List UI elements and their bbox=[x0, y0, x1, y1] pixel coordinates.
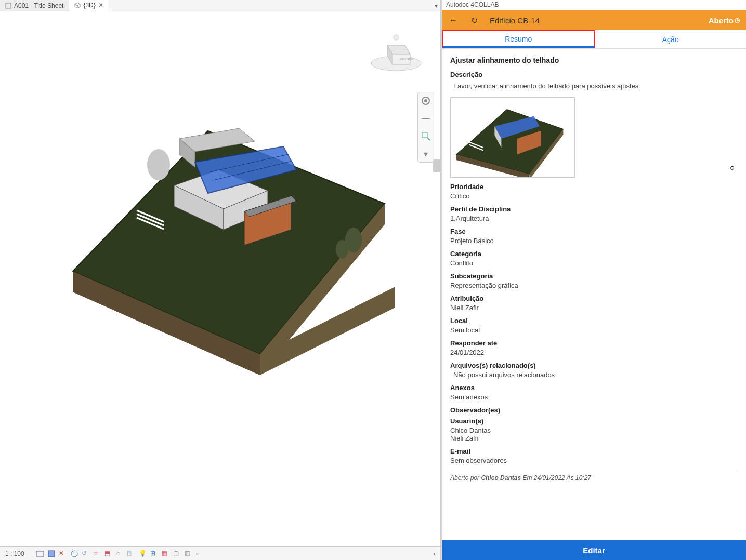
sheet-icon bbox=[5, 3, 11, 9]
tab-label: A001 - Title Sheet bbox=[14, 2, 63, 9]
icon-9[interactable]: ⍰ bbox=[127, 550, 136, 558]
icon-8[interactable]: ⌂ bbox=[116, 550, 124, 558]
issue-thumbnail[interactable] bbox=[450, 97, 575, 178]
panel-header: ← ↻ Edifício CB-14 Aberto ◷ bbox=[442, 10, 746, 30]
nav-tools: — ▾ bbox=[417, 92, 434, 163]
tab-3d[interactable]: {3D} ✕ bbox=[69, 0, 109, 11]
svg-point-37 bbox=[71, 551, 77, 557]
files-label: Arquivos(s) relacionado(s) bbox=[450, 362, 738, 369]
assigned-label: Atribuição bbox=[450, 295, 738, 302]
status-bar: 1 : 100 ✕ ↺ ☆ ⬒ ⌂ ⍰ 💡 ⊞ ▦ ▢ ▥ ‹ › bbox=[0, 546, 440, 560]
focus-view-icon[interactable]: ⌖ bbox=[729, 162, 735, 174]
cube-icon bbox=[74, 2, 81, 8]
icon-7[interactable]: ⬒ bbox=[104, 550, 113, 558]
svg-rect-35 bbox=[36, 551, 44, 556]
model-canvas bbox=[52, 100, 405, 375]
scale-label[interactable]: 1 : 100 bbox=[5, 550, 24, 557]
svg-rect-13 bbox=[422, 132, 427, 138]
svg-rect-0 bbox=[6, 3, 11, 8]
chevron-right-icon[interactable]: › bbox=[433, 550, 435, 557]
email-value: Sem observadores bbox=[450, 457, 738, 464]
discipline-label: Perfil de Disciplina bbox=[450, 205, 738, 213]
status-badge: Aberto ◷ bbox=[709, 16, 740, 25]
category-label: Categoria bbox=[450, 250, 738, 258]
users-label: Usuario(s) bbox=[450, 417, 738, 425]
pan-icon[interactable]: — bbox=[420, 112, 432, 125]
refresh-icon[interactable]: ↻ bbox=[469, 15, 479, 25]
document-tabs: A001 - Title Sheet {3D} ✕ ▾ bbox=[0, 0, 440, 11]
panel-tabs: Resumo Ação bbox=[442, 30, 746, 49]
assigned-value: Nieli Zafir bbox=[450, 304, 738, 312]
orbit-icon[interactable] bbox=[420, 95, 432, 107]
svg-line-3 bbox=[77, 4, 80, 6]
respond-value: 24/01/2022 bbox=[450, 349, 738, 356]
zoom-region-icon[interactable] bbox=[420, 130, 432, 142]
panel-app-title: Autodoc 4COLLAB bbox=[442, 0, 746, 10]
svg-point-32 bbox=[147, 149, 170, 180]
scrollbar-thumb[interactable] bbox=[433, 159, 440, 172]
category-value: Conflito bbox=[450, 259, 738, 267]
icon-13[interactable]: ▢ bbox=[173, 550, 181, 558]
subcategory-value: Representação gráfica bbox=[450, 282, 738, 289]
icon-1[interactable] bbox=[36, 550, 44, 558]
files-value: Não possui arquivos relacionados bbox=[450, 371, 738, 379]
location-value: Sem local bbox=[450, 326, 738, 334]
phase-value: Projeto Básico bbox=[450, 237, 738, 245]
tab-label: {3D} bbox=[83, 2, 95, 9]
model-title: Edifício CB-14 bbox=[490, 16, 540, 25]
icon-5[interactable]: ↺ bbox=[82, 550, 90, 558]
icon-3[interactable]: ✕ bbox=[59, 550, 67, 558]
clock-icon: ◷ bbox=[735, 17, 740, 24]
icon-6[interactable]: ☆ bbox=[93, 550, 101, 558]
chevron-left-icon[interactable]: ‹ bbox=[196, 550, 198, 557]
attachments-value: Sem anexos bbox=[450, 393, 738, 401]
edit-button[interactable]: Editar bbox=[442, 540, 746, 560]
audit-line: Aberto por Chico Dantas Em 24/01/2022 As… bbox=[450, 471, 738, 482]
priority-label: Prioridade bbox=[450, 183, 738, 191]
discipline-value: 1.Arquitetura bbox=[450, 215, 738, 222]
icon-11[interactable]: ⊞ bbox=[150, 550, 159, 558]
svg-line-2 bbox=[75, 4, 77, 6]
svg-point-12 bbox=[424, 99, 427, 102]
view-cube[interactable]: FRONTAL bbox=[368, 32, 425, 74]
phase-label: Fase bbox=[450, 228, 738, 235]
desc-label: Descrição bbox=[450, 71, 738, 78]
close-icon[interactable]: ✕ bbox=[98, 2, 103, 9]
svg-point-34 bbox=[336, 240, 348, 259]
icon-2[interactable] bbox=[47, 550, 56, 558]
user-1: Chico Dantas bbox=[450, 426, 738, 434]
tab-summary[interactable]: Resumo bbox=[442, 30, 595, 48]
icon-10[interactable]: 💡 bbox=[139, 550, 147, 558]
icon-4[interactable] bbox=[70, 550, 78, 558]
svg-text:FRONTAL: FRONTAL bbox=[400, 58, 414, 61]
tab-title-sheet[interactable]: A001 - Title Sheet bbox=[0, 0, 69, 11]
icon-14[interactable]: ▥ bbox=[185, 550, 193, 558]
desc-text: Favor, verificar alinhamento do telhado … bbox=[450, 80, 738, 92]
observers-label: Observador(es) bbox=[450, 406, 738, 414]
attachments-label: Anexos bbox=[450, 384, 738, 392]
panel-body: Ajustar alinhamento do telhado Descrição… bbox=[442, 49, 746, 540]
tabs-overflow-icon[interactable]: ▾ bbox=[432, 2, 440, 9]
3d-viewport[interactable]: FRONTAL — ▾ bbox=[0, 11, 440, 546]
svg-rect-36 bbox=[48, 551, 55, 557]
back-icon[interactable]: ← bbox=[448, 15, 459, 25]
icon-12[interactable]: ▦ bbox=[162, 550, 170, 558]
svg-point-10 bbox=[394, 35, 399, 40]
issue-title: Ajustar alinhamento do telhado bbox=[450, 56, 738, 64]
respond-label: Responder até bbox=[450, 339, 738, 347]
email-label: E-mail bbox=[450, 447, 738, 455]
subcategory-label: Subcategoria bbox=[450, 272, 738, 280]
expand-icon[interactable]: ▾ bbox=[420, 148, 432, 160]
user-2: Nieli Zafir bbox=[450, 434, 738, 442]
tab-action[interactable]: Ação bbox=[595, 30, 747, 48]
svg-marker-38 bbox=[456, 109, 564, 174]
svg-line-14 bbox=[427, 138, 430, 140]
location-label: Local bbox=[450, 317, 738, 325]
priority-value: Crítico bbox=[450, 192, 738, 200]
